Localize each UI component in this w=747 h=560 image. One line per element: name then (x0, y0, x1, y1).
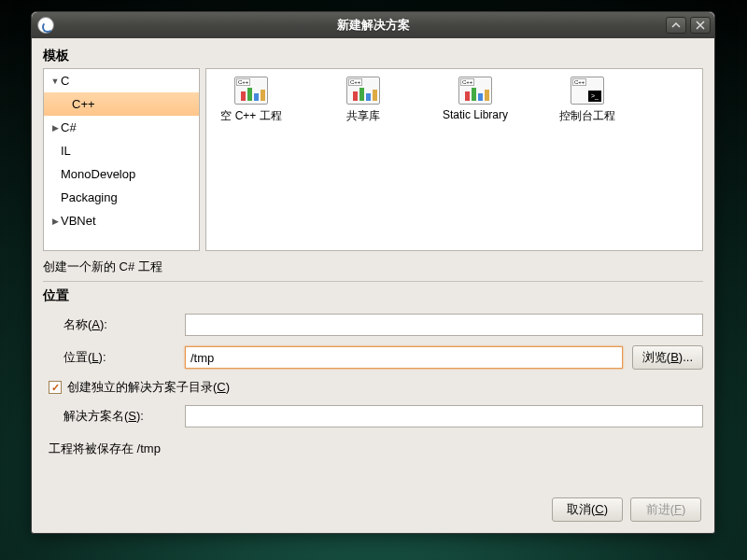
location-section-label: 位置 (43, 287, 703, 304)
browse-button[interactable]: 浏览(B)... (632, 345, 703, 370)
expand-icon[interactable]: ▼ (49, 77, 61, 86)
templates-label: 模板 (43, 48, 703, 64)
save-path-note: 工程将被保存在 /tmp (49, 441, 703, 457)
cancel-button[interactable]: 取消(C) (552, 497, 623, 522)
project-icon (346, 77, 380, 105)
name-input[interactable] (185, 314, 703, 336)
tree-item-vbnet[interactable]: ▶VBNet (44, 209, 199, 232)
template-list[interactable]: 空 C++ 工程 共享库 Static Library 控制台工程 (205, 68, 703, 251)
tree-item-il[interactable]: IL (44, 139, 199, 162)
template-description: 创建一个新的 C# 工程 (43, 257, 703, 282)
template-console[interactable]: 控制台工程 (550, 77, 625, 124)
tree-item-cpp[interactable]: C++ (44, 92, 199, 116)
project-icon (234, 77, 268, 105)
tree-item-packaging[interactable]: Packaging (44, 186, 199, 209)
dialog-window: 新建解决方案 模板 ▼C C++ ▶C# IL MonoDevelop Pack… (31, 11, 715, 534)
project-icon (571, 77, 604, 105)
create-subdir-label: 创建独立的解决方案子目录(C) (67, 379, 230, 396)
solution-name-label: 解决方案名(S): (63, 408, 176, 425)
solution-name-input[interactable] (185, 405, 703, 427)
name-label: 名称(A): (63, 316, 176, 333)
location-input[interactable] (185, 346, 623, 369)
project-icon (458, 77, 492, 105)
tree-item-csharp[interactable]: ▶C# (44, 116, 199, 139)
tree-item-monodevelop[interactable]: MonoDevelop (44, 162, 199, 186)
template-shared-lib[interactable]: 共享库 (326, 77, 401, 124)
window-title: 新建解决方案 (32, 17, 714, 34)
expand-icon[interactable]: ▶ (49, 123, 61, 133)
template-empty-cpp[interactable]: 空 C++ 工程 (214, 77, 289, 124)
template-static-lib[interactable]: Static Library (438, 77, 513, 124)
location-label: 位置(L): (63, 349, 176, 366)
create-subdir-checkbox[interactable]: ✓ (49, 381, 62, 394)
forward-button[interactable]: 前进(F) (630, 497, 701, 522)
expand-icon[interactable]: ▶ (49, 217, 61, 226)
titlebar[interactable]: 新建解决方案 (32, 12, 714, 38)
tree-item-c[interactable]: ▼C (44, 69, 199, 92)
category-tree[interactable]: ▼C C++ ▶C# IL MonoDevelop Packaging ▶VBN… (43, 68, 200, 251)
